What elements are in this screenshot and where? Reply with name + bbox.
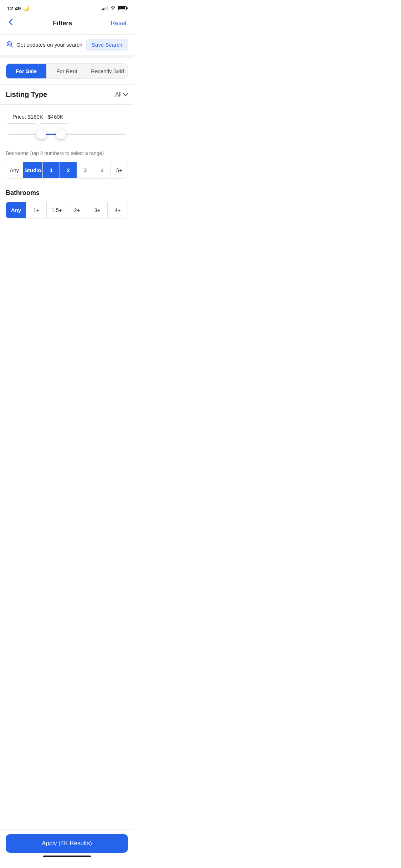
listing-type-value: All bbox=[115, 92, 122, 98]
moon-icon: 🌙 bbox=[23, 5, 30, 11]
signal-icon bbox=[102, 6, 108, 10]
bedroom-option-studio[interactable]: Studio bbox=[23, 162, 43, 178]
save-search-banner-text: Get updates on your search bbox=[16, 42, 82, 48]
slider-track bbox=[9, 134, 125, 135]
tab-recently-sold[interactable]: Recently Sold bbox=[87, 64, 128, 78]
price-slider[interactable] bbox=[9, 134, 125, 135]
slider-thumb-min[interactable] bbox=[36, 129, 46, 139]
price-bubble: Price: $180K - $460K bbox=[6, 110, 70, 124]
bathrooms-section: Bathrooms Any 1+ 1.5+ 2+ 3+ 4+ bbox=[0, 182, 134, 222]
status-bar: 12:49 🌙 bbox=[0, 0, 134, 14]
listing-type-tabs: For Sale For Rent Recently Sold bbox=[6, 63, 128, 79]
header: Filters Reset bbox=[0, 14, 134, 34]
back-button[interactable] bbox=[7, 17, 14, 29]
save-search-button[interactable]: Save Search bbox=[86, 39, 128, 51]
status-right bbox=[102, 6, 127, 11]
bedrooms-label: Bedrooms (tap 2 numbers to select a rang… bbox=[6, 149, 128, 157]
chevron-down-icon bbox=[123, 92, 128, 98]
wifi-icon bbox=[110, 6, 116, 11]
bathroom-option-3plus[interactable]: 3+ bbox=[87, 202, 108, 218]
bathroom-option-4plus[interactable]: 4+ bbox=[108, 202, 128, 218]
bedrooms-section: Bedrooms (tap 2 numbers to select a rang… bbox=[0, 142, 134, 182]
bedroom-option-1[interactable]: 1 bbox=[43, 162, 60, 178]
save-search-banner: Get updates on your search Save Search bbox=[0, 35, 134, 55]
page-title: Filters bbox=[53, 20, 72, 27]
price-section: Price: $180K - $460K bbox=[0, 105, 134, 142]
status-left: 12:49 🌙 bbox=[7, 5, 30, 11]
search-updates-icon bbox=[6, 40, 14, 49]
bedroom-option-2[interactable]: 2 bbox=[60, 162, 77, 178]
bedroom-option-5plus[interactable]: 5+ bbox=[111, 162, 128, 178]
bedrooms-options: Any Studio 1 2 3 4 5+ bbox=[6, 162, 128, 179]
listing-type-dropdown[interactable]: All bbox=[115, 92, 128, 98]
listing-type-section: Listing Type All bbox=[0, 85, 134, 104]
battery-icon bbox=[118, 6, 127, 10]
tab-for-sale[interactable]: For Sale bbox=[6, 64, 47, 78]
bathroom-option-1plus[interactable]: 1+ bbox=[26, 202, 47, 218]
bathrooms-options: Any 1+ 1.5+ 2+ 3+ 4+ bbox=[6, 202, 128, 218]
listing-type-title: Listing Type bbox=[6, 91, 47, 99]
time-label: 12:49 bbox=[7, 5, 21, 11]
bathroom-option-any[interactable]: Any bbox=[6, 202, 26, 218]
section-divider bbox=[0, 55, 134, 58]
bathroom-option-1-5plus[interactable]: 1.5+ bbox=[47, 202, 67, 218]
bedroom-option-3[interactable]: 3 bbox=[77, 162, 94, 178]
slider-thumb-max[interactable] bbox=[56, 129, 66, 139]
reset-button[interactable]: Reset bbox=[111, 20, 127, 27]
bathrooms-label: Bathrooms bbox=[6, 189, 128, 197]
bathroom-option-2plus[interactable]: 2+ bbox=[67, 202, 87, 218]
save-search-text-area: Get updates on your search bbox=[6, 40, 82, 49]
bedrooms-hint: (tap 2 numbers to select a range) bbox=[30, 150, 104, 156]
svg-point-1 bbox=[8, 43, 10, 45]
bedroom-option-any[interactable]: Any bbox=[6, 162, 23, 178]
tab-for-rent[interactable]: For Rent bbox=[47, 64, 87, 78]
bedroom-option-4[interactable]: 4 bbox=[94, 162, 111, 178]
